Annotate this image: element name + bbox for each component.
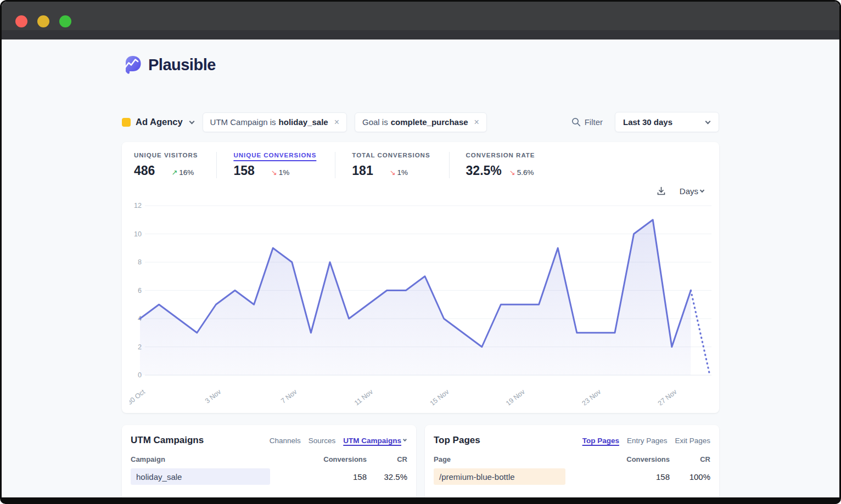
- table-header: Campaign Conversions CR: [131, 455, 407, 463]
- svg-text:30 Oct: 30 Oct: [130, 388, 147, 405]
- column-page: Page: [434, 455, 617, 463]
- close-window-button[interactable]: [15, 15, 27, 27]
- svg-text:8: 8: [138, 258, 142, 266]
- chip-prefix: Goal is: [362, 117, 388, 127]
- stat-label-conversion-rate[interactable]: CONVERSION RATE: [466, 152, 535, 158]
- page-path[interactable]: /premium-blue-bottle: [439, 472, 515, 482]
- site-favicon: [122, 118, 131, 127]
- filter-chip-utm-campaign[interactable]: UTM Campaign is holiday_sale ×: [203, 112, 347, 132]
- filter-button-label: Filter: [585, 117, 603, 127]
- tab-sources[interactable]: Sources: [309, 437, 336, 445]
- stat-value: 486: [134, 163, 155, 178]
- stat-value: 181: [352, 163, 373, 178]
- chip-value: complete_purchase: [391, 117, 468, 127]
- chevron-down-icon: [700, 188, 704, 192]
- window-titlebar: [2, 2, 839, 39]
- trend-down-icon: ↘: [390, 168, 396, 177]
- stat-delta: 16%: [179, 168, 194, 177]
- remove-filter-icon[interactable]: ×: [474, 118, 479, 127]
- brand-name: Plausible: [148, 56, 216, 74]
- row-conversions: 158: [617, 472, 670, 482]
- column-cr: CR: [367, 455, 407, 463]
- stat-value: 158: [233, 163, 254, 178]
- chip-prefix: UTM Campaign is: [210, 117, 276, 127]
- filter-button[interactable]: Filter: [571, 117, 603, 127]
- svg-text:12: 12: [134, 202, 142, 209]
- table-header: Page Conversions CR: [434, 455, 710, 463]
- filter-toolbar: Ad Agency UTM Campaign is holiday_sale ×…: [122, 112, 719, 132]
- row-cr: 32.5%: [367, 472, 407, 482]
- table-row[interactable]: holiday_sale 158 32.5%: [131, 468, 407, 485]
- tab-utm-campaigns[interactable]: UTM Campaigns: [343, 437, 407, 445]
- site-name: Ad Agency: [136, 117, 183, 127]
- svg-text:11 Nov: 11 Nov: [353, 388, 375, 405]
- stat-unique-visitors: UNIQUE VISITORS 486 ↗16%: [134, 152, 216, 178]
- stat-total-conversions: TOTAL CONVERSIONS 181 ↘1%: [335, 152, 448, 178]
- table-row[interactable]: /premium-blue-bottle 158 100%: [434, 468, 710, 485]
- top-pages-panel: Top Pages Top Pages Entry Pages Exit Pag…: [425, 425, 719, 504]
- trend-down-icon: ↘: [509, 168, 515, 177]
- chevron-down-icon: [403, 438, 407, 441]
- svg-text:19 Nov: 19 Nov: [504, 388, 526, 405]
- stat-label-unique-conversions[interactable]: UNIQUE CONVERSIONS: [233, 152, 316, 158]
- stat-label-total-conversions[interactable]: TOTAL CONVERSIONS: [352, 152, 430, 158]
- campaign-name[interactable]: holiday_sale: [136, 472, 182, 482]
- interval-selector[interactable]: Days: [680, 186, 705, 196]
- interval-label: Days: [680, 186, 698, 196]
- panel-title: Top Pages: [434, 435, 480, 446]
- visitors-chart[interactable]: 02468101230 Oct3 Nov7 Nov11 Nov15 Nov19 …: [122, 198, 719, 407]
- search-icon: [571, 117, 581, 127]
- chart-controls: Days: [122, 178, 719, 198]
- stat-conversion-rate: CONVERSION RATE 32.5% ↘5.6%: [449, 152, 554, 178]
- stat-delta: 5.6%: [517, 168, 534, 177]
- chevron-down-icon: [189, 118, 194, 124]
- row-conversions: 158: [314, 472, 367, 482]
- tab-top-pages[interactable]: Top Pages: [582, 437, 619, 445]
- site-selector[interactable]: Ad Agency: [122, 117, 195, 127]
- svg-text:15 Nov: 15 Nov: [429, 388, 451, 405]
- column-campaign: Campaign: [131, 455, 314, 463]
- column-conversions: Conversions: [314, 455, 367, 463]
- svg-text:27 Nov: 27 Nov: [657, 388, 679, 405]
- analytics-card: UNIQUE VISITORS 486 ↗16% UNIQUE CONVERSI…: [122, 142, 719, 413]
- zoom-window-button[interactable]: [59, 15, 71, 27]
- filter-chip-goal[interactable]: Goal is complete_purchase ×: [355, 112, 487, 132]
- chip-value: holiday_sale: [279, 117, 328, 127]
- date-range-value: Last 30 days: [623, 117, 672, 127]
- stat-unique-conversions: UNIQUE CONVERSIONS 158 ↘1%: [216, 152, 335, 178]
- chevron-down-icon: [705, 118, 711, 124]
- minimize-window-button[interactable]: [37, 15, 49, 27]
- svg-text:6: 6: [138, 287, 142, 295]
- top-stats: UNIQUE VISITORS 486 ↗16% UNIQUE CONVERSI…: [122, 142, 719, 178]
- stat-delta: 1%: [397, 168, 408, 177]
- download-icon[interactable]: [656, 186, 666, 196]
- traffic-lights: [15, 15, 71, 27]
- svg-text:23 Nov: 23 Nov: [580, 388, 602, 405]
- utm-campaigns-panel: UTM Campaigns Channels Sources UTM Campa…: [122, 425, 416, 504]
- remove-filter-icon[interactable]: ×: [334, 118, 339, 127]
- svg-text:3 Nov: 3 Nov: [204, 388, 223, 405]
- stat-value: 32.5%: [466, 163, 502, 178]
- brand-header: Plausible: [122, 39, 719, 77]
- svg-text:10: 10: [134, 230, 142, 238]
- trend-down-icon: ↘: [271, 168, 277, 177]
- browser-window: Plausible Ad Agency UTM Campaign is holi…: [0, 0, 841, 504]
- panel-title: UTM Campaigns: [131, 435, 204, 446]
- tab-entry-pages[interactable]: Entry Pages: [627, 437, 668, 445]
- date-range-picker[interactable]: Last 30 days: [615, 112, 719, 132]
- row-cr: 100%: [670, 472, 710, 482]
- column-conversions: Conversions: [617, 455, 670, 463]
- stat-delta: 1%: [279, 168, 290, 177]
- tab-exit-pages[interactable]: Exit Pages: [675, 437, 710, 445]
- svg-text:7 Nov: 7 Nov: [279, 388, 299, 405]
- tab-channels[interactable]: Channels: [270, 437, 301, 445]
- plausible-logo-icon: [122, 54, 143, 75]
- column-cr: CR: [670, 455, 710, 463]
- trend-up-icon: ↗: [171, 168, 177, 177]
- stat-label-unique-visitors[interactable]: UNIQUE VISITORS: [134, 152, 198, 158]
